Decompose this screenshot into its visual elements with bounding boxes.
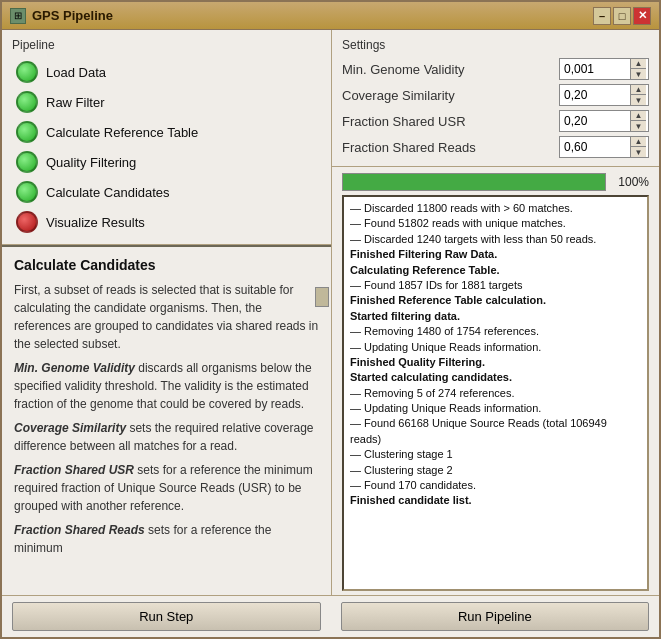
close-button[interactable]: ✕ <box>633 7 651 25</box>
spin-up-coverage-similarity[interactable]: ▲ <box>631 85 646 95</box>
description-header: Calculate Candidates <box>14 257 319 273</box>
progress-bar-container <box>342 173 606 191</box>
description-scrollbar[interactable] <box>315 287 329 307</box>
description-content: First, a subset of reads is selected tha… <box>14 281 319 579</box>
settings-input-wrap-min-genome-validity: ▲▼ <box>559 58 649 80</box>
status-dot-load-data <box>16 61 38 83</box>
log-line: — Found 66168 Unique Source Reads (total… <box>350 416 641 447</box>
settings-label-min-genome-validity: Min. Genome Validity <box>342 62 551 77</box>
description-paragraph: Fraction Shared Reads sets for a referen… <box>14 521 319 557</box>
spin-down-min-genome-validity[interactable]: ▼ <box>631 69 646 79</box>
run-step-button[interactable]: Run Step <box>12 602 321 631</box>
log-line: — Found 170 candidates. <box>350 478 641 493</box>
log-line: — Discarded 1240 targets with less than … <box>350 232 641 247</box>
log-line: — Discarded 11800 reads with > 60 matche… <box>350 201 641 216</box>
window-icon: ⊞ <box>10 8 26 24</box>
left-panel: Pipeline Load DataRaw FilterCalculate Re… <box>2 30 332 595</box>
title-bar: ⊞ GPS Pipeline – □ ✕ <box>2 2 659 30</box>
spin-down-fraction-shared-usr[interactable]: ▼ <box>631 121 646 131</box>
settings-label-fraction-shared-usr: Fraction Shared USR <box>342 114 551 129</box>
description-panel: Calculate Candidates First, a subset of … <box>2 245 331 595</box>
spin-up-fraction-shared-usr[interactable]: ▲ <box>631 111 646 121</box>
log-line: Finished Filtering Raw Data. <box>350 247 641 262</box>
spin-up-min-genome-validity[interactable]: ▲ <box>631 59 646 69</box>
status-dot-raw-filter <box>16 91 38 113</box>
description-paragraph: Min. Genome Validity discards all organi… <box>14 359 319 413</box>
pipeline-item-calculate-candidates[interactable]: Calculate Candidates <box>12 178 321 206</box>
log-line: Finished Quality Filtering. <box>350 355 641 370</box>
window-title: GPS Pipeline <box>32 8 113 23</box>
log-area[interactable]: — Discarded 11800 reads with > 60 matche… <box>342 195 649 591</box>
spin-buttons-fraction-shared-usr: ▲▼ <box>630 111 646 131</box>
pipeline-item-label-visualize-results: Visualize Results <box>46 215 145 230</box>
status-dot-visualize-results <box>16 211 38 233</box>
minimize-button[interactable]: – <box>593 7 611 25</box>
spin-up-fraction-shared-reads[interactable]: ▲ <box>631 137 646 147</box>
status-dot-calculate-reference-table <box>16 121 38 143</box>
log-line: — Removing 1480 of 1754 references. <box>350 324 641 339</box>
spin-buttons-min-genome-validity: ▲▼ <box>630 59 646 79</box>
pipeline-item-label-raw-filter: Raw Filter <box>46 95 105 110</box>
progress-area: 100% <box>332 167 659 195</box>
description-paragraph: Coverage Similarity sets the required re… <box>14 419 319 455</box>
log-line: Started filtering data. <box>350 309 641 324</box>
pipeline-item-raw-filter[interactable]: Raw Filter <box>12 88 321 116</box>
settings-input-wrap-fraction-shared-reads: ▲▼ <box>559 136 649 158</box>
settings-input-coverage-similarity[interactable] <box>560 86 630 104</box>
log-line: — Removing 5 of 274 references. <box>350 386 641 401</box>
settings-label-fraction-shared-reads: Fraction Shared Reads <box>342 140 551 155</box>
settings-section: Settings Min. Genome Validity▲▼Coverage … <box>332 30 659 167</box>
pipeline-section-label: Pipeline <box>12 38 321 52</box>
status-dot-quality-filtering <box>16 151 38 173</box>
settings-input-fraction-shared-reads[interactable] <box>560 138 630 156</box>
description-paragraph: Fraction Shared USR sets for a reference… <box>14 461 319 515</box>
settings-input-fraction-shared-usr[interactable] <box>560 112 630 130</box>
main-window: ⊞ GPS Pipeline – □ ✕ Pipeline Load DataR… <box>0 0 661 639</box>
log-line: Finished Reference Table calculation. <box>350 293 641 308</box>
right-panel: Settings Min. Genome Validity▲▼Coverage … <box>332 30 659 595</box>
description-paragraph: First, a subset of reads is selected tha… <box>14 281 319 353</box>
bottom-bar: Run Step Run Pipeline <box>2 595 659 637</box>
spin-buttons-fraction-shared-reads: ▲▼ <box>630 137 646 157</box>
spin-down-fraction-shared-reads[interactable]: ▼ <box>631 147 646 157</box>
title-bar-left: ⊞ GPS Pipeline <box>10 8 113 24</box>
settings-section-label: Settings <box>342 38 649 52</box>
settings-label-coverage-similarity: Coverage Similarity <box>342 88 551 103</box>
pipeline-item-label-load-data: Load Data <box>46 65 106 80</box>
maximize-button[interactable]: □ <box>613 7 631 25</box>
pipeline-items: Load DataRaw FilterCalculate Reference T… <box>12 58 321 236</box>
settings-input-wrap-fraction-shared-usr: ▲▼ <box>559 110 649 132</box>
log-line: — Found 51802 reads with unique matches. <box>350 216 641 231</box>
log-line: — Found 1857 IDs for 1881 targets <box>350 278 641 293</box>
log-line: Calculating Reference Table. <box>350 263 641 278</box>
log-line: Finished candidate list. <box>350 493 641 508</box>
progress-label: 100% <box>614 175 649 189</box>
status-dot-calculate-candidates <box>16 181 38 203</box>
pipeline-item-load-data[interactable]: Load Data <box>12 58 321 86</box>
log-line: Started calculating candidates. <box>350 370 641 385</box>
log-line: — Clustering stage 2 <box>350 463 641 478</box>
pipeline-item-label-quality-filtering: Quality Filtering <box>46 155 136 170</box>
settings-input-wrap-coverage-similarity: ▲▼ <box>559 84 649 106</box>
log-line: — Updating Unique Reads information. <box>350 401 641 416</box>
pipeline-item-quality-filtering[interactable]: Quality Filtering <box>12 148 321 176</box>
pipeline-item-calculate-reference-table[interactable]: Calculate Reference Table <box>12 118 321 146</box>
run-pipeline-button[interactable]: Run Pipeline <box>341 602 650 631</box>
pipeline-section: Pipeline Load DataRaw FilterCalculate Re… <box>2 30 331 245</box>
title-controls: – □ ✕ <box>593 7 651 25</box>
pipeline-item-label-calculate-candidates: Calculate Candidates <box>46 185 170 200</box>
progress-bar-fill <box>343 174 605 190</box>
pipeline-item-visualize-results[interactable]: Visualize Results <box>12 208 321 236</box>
log-line: — Clustering stage 1 <box>350 447 641 462</box>
settings-grid: Min. Genome Validity▲▼Coverage Similarit… <box>342 58 649 158</box>
log-line: — Updating Unique Reads information. <box>350 340 641 355</box>
spin-buttons-coverage-similarity: ▲▼ <box>630 85 646 105</box>
pipeline-item-label-calculate-reference-table: Calculate Reference Table <box>46 125 198 140</box>
settings-input-min-genome-validity[interactable] <box>560 60 630 78</box>
spin-down-coverage-similarity[interactable]: ▼ <box>631 95 646 105</box>
main-content: Pipeline Load DataRaw FilterCalculate Re… <box>2 30 659 595</box>
